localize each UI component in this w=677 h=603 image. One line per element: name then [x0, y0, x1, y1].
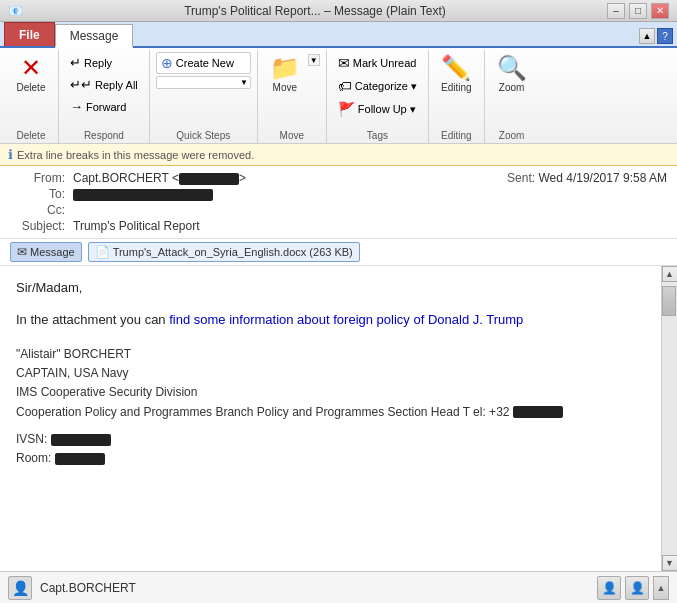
editing-group-label: Editing: [429, 130, 484, 141]
ribbon: ✕ Delete Delete ↵ Reply ↵↵ Reply All → F…: [0, 48, 677, 144]
ribbon-group-tags: ✉ Mark Unread 🏷 Categorize ▾ 🚩 Follow Up…: [327, 50, 429, 143]
body-paragraph: In the attachment you can find some info…: [16, 310, 645, 330]
reply-button[interactable]: ↵ Reply: [65, 52, 143, 73]
subject-value: Trump's Political Report: [73, 219, 667, 233]
to-label: To:: [10, 187, 65, 201]
editing-label: Editing: [441, 82, 472, 93]
tab-file[interactable]: File: [4, 22, 55, 46]
to-value: [73, 187, 667, 201]
create-new-label: Create New: [176, 57, 234, 69]
sender-name: Capt.BORCHERT: [40, 581, 589, 595]
mark-unread-button[interactable]: ✉ Mark Unread: [333, 52, 422, 74]
maximize-button[interactable]: □: [629, 3, 647, 19]
move-dropdown-btn[interactable]: ▼: [308, 54, 320, 66]
ivsn-redacted: [51, 434, 111, 446]
email-header: From: Capt.BORCHERT < > Sent: Wed 4/19/2…: [0, 166, 677, 239]
docx-label: Trump's_Attack_on_Syria_English.docx (26…: [113, 246, 353, 258]
create-new-button[interactable]: ⊕ Create New: [156, 52, 251, 74]
attachments-bar: ✉ Message 📄 Trump's_Attack_on_Syria_Engl…: [0, 239, 677, 266]
subject-row: Subject: Trump's Political Report: [10, 218, 667, 234]
forward-button[interactable]: → Forward: [65, 96, 143, 117]
ribbon-tabs: File Message ▲ ?: [0, 22, 677, 48]
scroll-down-button[interactable]: ▼: [662, 555, 678, 571]
quick-steps-group-label: Quick Steps: [150, 130, 257, 141]
info-bar: ℹ Extra line breaks in this message were…: [0, 144, 677, 166]
zoom-label: Zoom: [499, 82, 525, 93]
ivsn-label: IVSN:: [16, 432, 47, 446]
ribbon-group-quick-steps: ⊕ Create New ▼ Quick Steps: [150, 50, 258, 143]
categorize-button[interactable]: 🏷 Categorize ▾: [333, 75, 422, 97]
email-body-container: Sir/Madam, In the attachment you can fin…: [0, 266, 677, 571]
ribbon-group-respond: ↵ Reply ↵↵ Reply All → Forward Respond: [59, 50, 150, 143]
scroll-track[interactable]: [662, 282, 677, 555]
sig-line-3: IMS Cooperative Security Division: [16, 383, 645, 402]
highlighted-text: find some information about foreign poli…: [169, 312, 523, 327]
forward-label: Forward: [86, 101, 126, 113]
quick-steps-expand[interactable]: ▼: [156, 76, 251, 89]
move-icon: 📁: [270, 56, 300, 80]
avatar-icon: 👤: [12, 580, 29, 596]
reply-all-label: Reply All: [95, 79, 138, 91]
to-row: To:: [10, 186, 667, 202]
sent-value: Sent: Wed 4/19/2017 9:58 AM: [507, 171, 667, 185]
subject-label: Subject:: [10, 219, 65, 233]
move-group-label: Move: [258, 130, 326, 141]
close-button[interactable]: ✕: [651, 3, 669, 19]
categorize-label: Categorize ▾: [355, 80, 417, 93]
delete-button[interactable]: ✕ Delete: [11, 52, 52, 97]
window-controls: – □ ✕: [607, 3, 669, 19]
editing-button[interactable]: ✏️ Editing: [435, 52, 478, 97]
from-row: From: Capt.BORCHERT < > Sent: Wed 4/19/2…: [10, 170, 667, 186]
delete-group-label: Delete: [4, 130, 58, 141]
zoom-group-label: Zoom: [485, 130, 539, 141]
ribbon-group-delete: ✕ Delete Delete: [4, 50, 59, 143]
cc-value: [73, 203, 667, 217]
categorize-icon: 🏷: [338, 78, 352, 94]
sig-line-4: Cooperation Policy and Programmes Branch…: [16, 403, 645, 422]
from-label: From:: [10, 171, 65, 185]
window-title: Trump's Political Report... – Message (P…: [23, 4, 607, 18]
cc-label: Cc:: [10, 203, 65, 217]
cc-row: Cc:: [10, 202, 667, 218]
message-tab[interactable]: ✉ Message: [10, 242, 82, 262]
help-button[interactable]: ?: [657, 28, 673, 44]
quick-steps-arrow: ▼: [240, 78, 248, 87]
scroll-thumb[interactable]: [662, 286, 676, 316]
sig-line-2: CAPTAIN, USA Navy: [16, 364, 645, 383]
email-body[interactable]: Sir/Madam, In the attachment you can fin…: [0, 266, 661, 571]
follow-up-icon: 🚩: [338, 101, 355, 117]
editing-icon: ✏️: [441, 56, 471, 80]
ribbon-collapse-btn[interactable]: ▲: [639, 28, 655, 44]
tab-message[interactable]: Message: [55, 24, 134, 48]
attachment-docx-tab[interactable]: 📄 Trump's_Attack_on_Syria_English.docx (…: [88, 242, 360, 262]
main-content: ℹ Extra line breaks in this message were…: [0, 144, 677, 603]
zoom-button[interactable]: 🔍 Zoom: [491, 52, 533, 97]
scroll-up-button[interactable]: ▲: [662, 266, 678, 282]
info-text: Extra line breaks in this message were r…: [17, 149, 254, 161]
delete-label: Delete: [17, 82, 46, 93]
info-icon: ℹ: [8, 147, 13, 162]
bottom-expand-button[interactable]: ▲: [653, 576, 669, 600]
ribbon-group-editing: ✏️ Editing Editing: [429, 50, 485, 143]
move-label: Move: [273, 82, 297, 93]
sender-avatar: 👤: [8, 576, 32, 600]
contact-actions-button[interactable]: 👤: [625, 576, 649, 600]
reply-all-button[interactable]: ↵↵ Reply All: [65, 74, 143, 95]
bottom-icons: 👤 👤 ▲: [597, 576, 669, 600]
follow-up-button[interactable]: 🚩 Follow Up ▾: [333, 98, 422, 120]
ribbon-group-move: 📁 Move ▼ Move: [258, 50, 327, 143]
from-email-redacted: [179, 173, 239, 185]
reply-all-icon: ↵↵: [70, 77, 92, 92]
zoom-icon: 🔍: [497, 56, 527, 80]
phone-redacted: [513, 406, 563, 418]
mark-unread-icon: ✉: [338, 55, 350, 71]
tags-group-label: Tags: [327, 130, 428, 141]
forward-icon: →: [70, 99, 83, 114]
follow-up-label: Follow Up ▾: [358, 103, 416, 116]
contact-card-button[interactable]: 👤: [597, 576, 621, 600]
to-redacted: [73, 189, 213, 201]
room-redacted: [55, 453, 105, 465]
minimize-button[interactable]: –: [607, 3, 625, 19]
ribbon-group-zoom: 🔍 Zoom Zoom: [485, 50, 539, 143]
move-button[interactable]: 📁 Move: [264, 52, 306, 97]
